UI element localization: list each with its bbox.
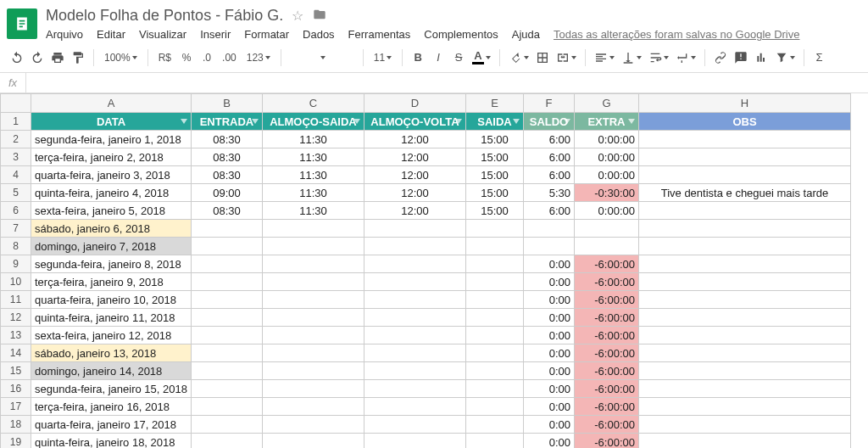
italic-button[interactable]: I [430,48,447,68]
col-header-c[interactable]: C [262,94,364,113]
cell-obs[interactable] [638,309,850,327]
cell-almoco-volta[interactable] [364,362,465,380]
horizontal-align-button[interactable] [593,48,616,68]
cell-data[interactable]: domingo, janeiro 7, 2018 [31,238,192,255]
cell-data[interactable]: sábado, janeiro 13, 2018 [31,344,192,362]
functions-button[interactable]: Σ [811,48,828,68]
cell-saida[interactable] [465,291,523,309]
cell-entrada[interactable] [191,309,262,327]
filter-icon[interactable] [181,119,187,124]
cell-obs[interactable] [638,344,850,362]
cell-saida[interactable] [465,344,523,362]
cell-saida[interactable] [465,273,523,291]
cell-almoco-volta[interactable] [364,291,465,309]
header-extra[interactable]: EXTRA [574,113,638,131]
text-wrap-button[interactable] [647,48,670,68]
cell-saldo[interactable]: 6:00 [523,166,574,184]
cell-saida[interactable]: 15:00 [465,131,523,148]
cell-almoco-saida[interactable] [262,380,364,398]
cell-saldo[interactable]: 0:00 [523,362,574,380]
header-almoco-volta[interactable]: ALMOÇO-VOLTA [364,113,465,131]
cell-entrada[interactable] [191,380,262,398]
cell-extra[interactable]: -6:00:00 [574,291,638,309]
row-header[interactable]: 4 [1,166,31,184]
undo-button[interactable] [8,48,25,68]
menu-editar[interactable]: Editar [97,28,125,41]
cell-obs[interactable] [638,238,850,255]
cell-extra[interactable]: -6:00:00 [574,416,638,434]
cell-almoco-saida[interactable] [262,220,364,238]
cell-extra[interactable]: -6:00:00 [574,398,638,416]
row-header[interactable]: 10 [1,273,31,291]
cell-entrada[interactable] [191,220,262,238]
cell-data[interactable]: quarta-feira, janeiro 3, 2018 [31,166,192,184]
cell-extra[interactable]: 0:00:00 [574,131,638,148]
cell-almoco-volta[interactable] [364,344,465,362]
cell-entrada[interactable] [191,416,262,434]
cell-extra[interactable]: -6:00:00 [574,309,638,327]
menu-complementos[interactable]: Complementos [424,28,498,41]
cell-extra[interactable]: 0:00:00 [574,166,638,184]
header-almoco-saida[interactable]: ALMOÇO-SAIDA [262,113,364,131]
formula-input[interactable] [26,73,868,92]
star-icon[interactable]: ☆ [292,8,303,24]
row-header[interactable]: 17 [1,398,31,416]
redo-button[interactable] [29,48,46,68]
cell-saldo[interactable]: 0:00 [523,273,574,291]
row-header[interactable]: 12 [1,309,31,327]
menu-arquivo[interactable]: Arquivo [46,28,83,41]
cell-extra[interactable]: -6:00:00 [574,273,638,291]
cell-data[interactable]: quinta-feira, janeiro 18, 2018 [31,434,192,449]
menu-formatar[interactable]: Formatar [244,28,289,41]
cell-data[interactable]: segunda-feira, janeiro 15, 2018 [31,380,192,398]
cell-obs[interactable] [638,220,850,238]
cell-obs[interactable] [638,380,850,398]
cell-data[interactable]: quinta-feira, janeiro 4, 2018 [31,184,192,202]
menu-inserir[interactable]: Inserir [200,28,231,41]
cell-almoco-volta[interactable] [364,380,465,398]
cell-obs[interactable] [638,327,850,344]
cell-data[interactable]: terça-feira, janeiro 16, 2018 [31,398,192,416]
cell-almoco-volta[interactable] [364,398,465,416]
cell-almoco-volta[interactable] [364,220,465,238]
increase-decimal-button[interactable]: .00 [219,48,240,68]
row-header[interactable]: 13 [1,327,31,344]
cell-saida[interactable] [465,380,523,398]
zoom-select[interactable]: 100% [101,48,141,68]
header-obs[interactable]: OBS [638,113,850,131]
cell-almoco-volta[interactable]: 12:00 [364,166,465,184]
row-header[interactable]: 14 [1,344,31,362]
cell-almoco-volta[interactable] [364,434,465,449]
col-header-g[interactable]: G [574,94,638,113]
cell-almoco-saida[interactable]: 11:30 [262,184,364,202]
cell-obs[interactable] [638,362,850,380]
cell-saldo[interactable]: 0:00 [523,309,574,327]
cell-obs[interactable] [638,148,850,166]
cell-almoco-saida[interactable] [262,344,364,362]
cell-almoco-volta[interactable] [364,238,465,255]
cell-data[interactable]: segunda-feira, janeiro 1, 2018 [31,131,192,148]
cell-almoco-saida[interactable] [262,327,364,344]
cell-extra[interactable] [574,220,638,238]
print-button[interactable] [49,48,66,68]
cell-saida[interactable] [465,220,523,238]
cell-data[interactable]: sexta-feira, janeiro 12, 2018 [31,327,192,344]
save-status[interactable]: Todas as alterações foram salvas no Goog… [554,28,799,41]
cell-saldo[interactable]: 0:00 [523,398,574,416]
cell-saldo[interactable]: 0:00 [523,416,574,434]
cell-almoco-volta[interactable]: 12:00 [364,184,465,202]
cell-almoco-saida[interactable] [262,362,364,380]
menu-visualizar[interactable]: Visualizar [139,28,186,41]
cell-almoco-volta[interactable]: 12:00 [364,148,465,166]
cell-saida[interactable]: 15:00 [465,184,523,202]
cell-extra[interactable] [574,238,638,255]
row-header[interactable]: 7 [1,220,31,238]
cell-saida[interactable] [465,255,523,273]
cell-extra[interactable]: 0:00:00 [574,202,638,220]
cell-almoco-saida[interactable] [262,273,364,291]
document-title[interactable]: Modelo Folha de Pontos - Fábio G. [46,7,283,25]
cell-data[interactable]: terça-feira, janeiro 2, 2018 [31,148,192,166]
cell-extra[interactable]: -6:00:00 [574,327,638,344]
cell-data[interactable]: sexta-feira, janeiro 5, 2018 [31,202,192,220]
cell-almoco-saida[interactable] [262,255,364,273]
